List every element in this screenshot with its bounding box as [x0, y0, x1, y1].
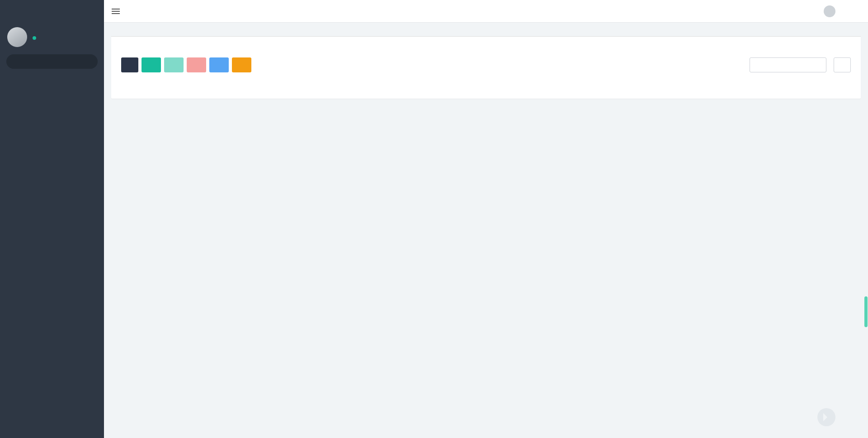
delete-button[interactable]	[187, 57, 206, 72]
search-icon[interactable]	[85, 58, 92, 65]
online-dot-icon	[33, 36, 36, 40]
main-area	[104, 0, 868, 438]
sidebar-menu	[0, 74, 104, 438]
sidebar-user-panel	[0, 24, 104, 52]
topbar-right	[742, 5, 868, 17]
window-restore-glyph	[786, 8, 793, 15]
brand-title	[0, 0, 104, 24]
content	[104, 23, 868, 438]
home-link[interactable]	[742, 8, 752, 14]
gear-glyph	[851, 8, 858, 15]
menu-search	[6, 54, 98, 69]
search-icon	[839, 62, 846, 68]
trash-icon	[764, 8, 771, 14]
menu-toggle-icon[interactable]	[104, 0, 127, 22]
window-restore-icon[interactable]	[786, 8, 793, 15]
refresh-icon	[127, 62, 133, 68]
table-search	[750, 57, 851, 72]
home-icon	[742, 8, 749, 14]
menu-search-input[interactable]	[6, 54, 98, 69]
topbar-avatar	[824, 5, 835, 17]
plus-icon	[147, 62, 153, 68]
topbar-user[interactable]	[824, 5, 839, 17]
refresh-button[interactable]	[121, 57, 138, 72]
scrollbar-thumb[interactable]	[864, 296, 868, 327]
table-search-button[interactable]	[834, 57, 851, 72]
edit-button[interactable]	[164, 57, 184, 72]
user-status	[33, 36, 39, 40]
fastadmin-logo-icon	[817, 408, 835, 426]
add-button[interactable]	[142, 57, 161, 72]
table-search-input[interactable]	[750, 57, 826, 72]
panel	[111, 36, 861, 99]
pencil-icon	[170, 62, 175, 68]
user-avatar	[7, 27, 27, 47]
approve-button[interactable]	[209, 57, 229, 72]
panel-body	[111, 37, 861, 90]
toolbar	[121, 57, 851, 72]
ban-icon	[237, 62, 243, 68]
topbar	[104, 0, 868, 23]
fastadmin-watermark	[817, 408, 842, 426]
sidebar	[0, 0, 104, 438]
clear-cache-link[interactable]	[764, 8, 774, 14]
person-icon	[826, 8, 833, 14]
user-meta	[33, 34, 39, 40]
trash-icon	[192, 62, 198, 68]
fullscreen-glyph	[805, 8, 812, 15]
check-square-icon	[215, 62, 221, 68]
records-summary	[121, 82, 851, 90]
app-root	[0, 0, 868, 438]
fullscreen-icon[interactable]	[805, 8, 812, 15]
reject-button[interactable]	[232, 57, 251, 72]
settings-gear-icon[interactable]	[851, 8, 858, 15]
person-icon	[12, 32, 22, 42]
